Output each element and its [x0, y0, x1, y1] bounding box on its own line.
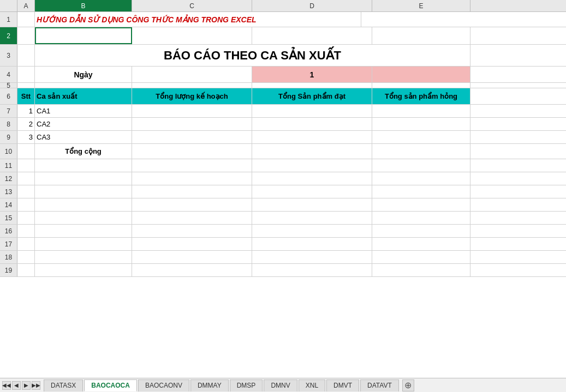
cell-18D[interactable]: [252, 251, 372, 263]
cell-7C[interactable]: [132, 105, 252, 117]
cell-9A[interactable]: 3: [17, 131, 35, 143]
cell-2E[interactable]: [372, 27, 470, 44]
cell-19B[interactable]: [35, 264, 132, 276]
cell-4C[interactable]: [132, 67, 252, 82]
cell-4B[interactable]: Ngày: [35, 67, 132, 82]
cell-12D[interactable]: [252, 172, 372, 185]
cell-11D[interactable]: [252, 159, 372, 172]
cell-2D[interactable]: [252, 27, 372, 44]
cell-1A[interactable]: [17, 12, 35, 27]
cell-2C[interactable]: [132, 27, 252, 44]
cell-14B[interactable]: [35, 198, 132, 211]
cell-15A[interactable]: [17, 212, 35, 224]
tab-DMMAY[interactable]: DMMAY: [190, 379, 229, 391]
cell-15B[interactable]: [35, 212, 132, 224]
cell-5D[interactable]: [252, 83, 372, 88]
cell-7B[interactable]: CA1: [35, 105, 132, 117]
cell-10C[interactable]: [132, 144, 252, 159]
col-header-D[interactable]: D: [252, 0, 372, 11]
tab-DATASX[interactable]: DATASX: [44, 379, 83, 391]
cell-17B[interactable]: [35, 238, 132, 250]
col-header-A[interactable]: A: [17, 0, 35, 11]
cell-9C[interactable]: [132, 131, 252, 143]
cell-9B[interactable]: CA3: [35, 131, 132, 143]
cell-5A[interactable]: [17, 83, 35, 88]
cell-16B[interactable]: [35, 225, 132, 237]
cell-14D[interactable]: [252, 198, 372, 211]
tab-DMNV[interactable]: DMNV: [264, 379, 297, 391]
cell-8A[interactable]: 2: [17, 118, 35, 130]
cell-8B[interactable]: CA2: [35, 118, 132, 130]
cell-18A[interactable]: [17, 251, 35, 263]
cell-18C[interactable]: [132, 251, 252, 263]
cell-11E[interactable]: [372, 159, 470, 172]
cell-1B[interactable]: HƯỚNG DẪN SỬ DỤNG CÔNG THỨC MẢNG TRONG E…: [35, 12, 361, 27]
cell-10A[interactable]: [17, 144, 35, 159]
cell-6A[interactable]: Stt: [17, 88, 35, 104]
cell-17C[interactable]: [132, 238, 252, 250]
cell-6E[interactable]: Tổng sản phẩm hỏng: [372, 88, 470, 104]
cell-5C[interactable]: [132, 83, 252, 88]
cell-19C[interactable]: [132, 264, 252, 276]
tab-BAOCAOCA[interactable]: BAOCAOCA: [84, 379, 137, 391]
cell-18B[interactable]: [35, 251, 132, 263]
cell-11B[interactable]: [35, 159, 132, 172]
cell-16E[interactable]: [372, 225, 470, 237]
tab-DMSP[interactable]: DMSP: [230, 379, 263, 391]
cell-14C[interactable]: [132, 198, 252, 211]
cell-19A[interactable]: [17, 264, 35, 276]
tab-XNL[interactable]: XNL: [299, 379, 325, 391]
add-sheet-button[interactable]: ⊕: [402, 379, 414, 391]
cell-13C[interactable]: [132, 185, 252, 198]
cell-11A[interactable]: [17, 159, 35, 172]
cell-14E[interactable]: [372, 198, 470, 211]
cell-7A[interactable]: 1: [17, 105, 35, 117]
cell-18E[interactable]: [372, 251, 470, 263]
cell-9D[interactable]: [252, 131, 372, 143]
cell-9E[interactable]: [372, 131, 470, 143]
tab-nav-first[interactable]: ◀◀: [2, 381, 11, 390]
cell-12E[interactable]: [372, 172, 470, 185]
cell-19D[interactable]: [252, 264, 372, 276]
cell-4D[interactable]: 1: [252, 67, 372, 82]
cell-4E[interactable]: [372, 67, 470, 82]
tab-nav-last[interactable]: ▶▶: [32, 381, 40, 390]
cell-10E[interactable]: [372, 144, 470, 159]
cell-6D[interactable]: Tổng Sản phẩm đạt: [252, 88, 372, 104]
cell-12A[interactable]: [17, 172, 35, 185]
cell-16D[interactable]: [252, 225, 372, 237]
cell-3B-merged[interactable]: BÁO CÁO THEO CA SẢN XUẤT: [35, 45, 470, 66]
cell-12B[interactable]: [35, 172, 132, 185]
cell-13A[interactable]: [17, 185, 35, 198]
tab-nav-next[interactable]: ▶: [22, 381, 31, 390]
cell-5B[interactable]: [35, 83, 132, 88]
tab-DATAVT[interactable]: DATAVT: [360, 379, 399, 391]
tab-nav-prev[interactable]: ◀: [12, 381, 21, 390]
cell-7E[interactable]: [372, 105, 470, 117]
cell-6B[interactable]: Ca sản xuất: [35, 88, 132, 104]
cell-15E[interactable]: [372, 212, 470, 224]
cell-19E[interactable]: [372, 264, 470, 276]
cell-13B[interactable]: [35, 185, 132, 198]
cell-11C[interactable]: [132, 159, 252, 172]
cell-2B[interactable]: [35, 27, 132, 44]
cell-5E[interactable]: [372, 83, 470, 88]
cell-8C[interactable]: [132, 118, 252, 130]
cell-16C[interactable]: [132, 225, 252, 237]
cell-15C[interactable]: [132, 212, 252, 224]
col-header-C[interactable]: C: [132, 0, 252, 11]
cell-4A[interactable]: [17, 67, 35, 82]
cell-12C[interactable]: [132, 172, 252, 185]
cell-3A[interactable]: [17, 45, 35, 66]
cell-15D[interactable]: [252, 212, 372, 224]
cell-2A[interactable]: [17, 27, 35, 44]
cell-14A[interactable]: [17, 198, 35, 211]
cell-17E[interactable]: [372, 238, 470, 250]
cell-17D[interactable]: [252, 238, 372, 250]
cell-7D[interactable]: [252, 105, 372, 117]
cell-16A[interactable]: [17, 225, 35, 237]
cell-13D[interactable]: [252, 185, 372, 198]
tab-DMVT[interactable]: DMVT: [326, 379, 359, 391]
cell-8D[interactable]: [252, 118, 372, 130]
tab-BAOCAONV[interactable]: BAOCAONV: [138, 379, 189, 391]
